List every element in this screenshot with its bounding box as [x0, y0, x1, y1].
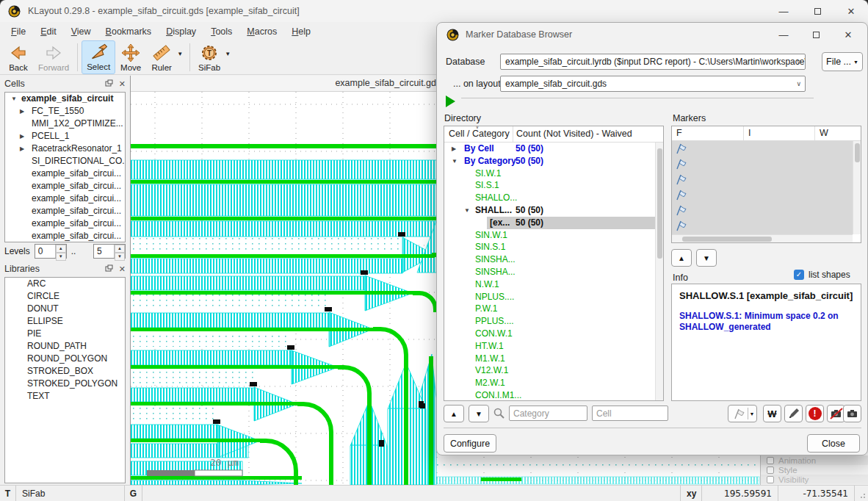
layer-option-row[interactable]: Visibility [761, 475, 868, 484]
library-item[interactable]: PIE [5, 328, 125, 340]
sifab-dropdown-icon[interactable]: ▼ [225, 51, 231, 57]
tree-row[interactable]: ▶ By Cell 50 (50) [444, 143, 655, 155]
ruler-dropdown-icon[interactable]: ▼ [177, 51, 183, 57]
markers-table[interactable]: F I W [671, 126, 861, 243]
move-tool-button[interactable]: Move [115, 40, 146, 74]
tree-row[interactable]: M1.W.1 [444, 353, 655, 365]
marker-row[interactable] [672, 156, 853, 172]
expander-icon[interactable]: ▶ [20, 130, 24, 143]
tree-row[interactable]: ▼ By Category 50 (50) [444, 155, 655, 167]
configure-button[interactable]: Configure [444, 434, 496, 453]
expander-icon[interactable]: ▼ [464, 204, 470, 217]
menu-help[interactable]: Help [285, 24, 317, 39]
tree-row[interactable]: SI.S.1 [444, 179, 655, 192]
expander-icon[interactable]: ▶ [20, 143, 24, 155]
cell-tree-row[interactable]: ▶ FC_TE_1550 [5, 105, 125, 118]
tree-row[interactable]: N.W.1 [444, 278, 655, 291]
snapshot-button[interactable] [843, 405, 861, 422]
tree-row[interactable]: CON.W.1 [444, 328, 655, 340]
cell-tree-row[interactable]: example_sifab_circui... [5, 230, 125, 242]
directory-tree[interactable]: ∨ Cell / Category Count (Not Visited) - … [444, 126, 664, 401]
markers-header[interactable]: F I W [672, 126, 861, 141]
cell-tree-row[interactable]: example_sifab_circui... [5, 192, 125, 205]
markers-rows[interactable] [672, 141, 853, 234]
library-item[interactable]: ELLIPSE [5, 315, 125, 328]
menu-display[interactable]: Display [159, 24, 203, 39]
close-dialog-button[interactable]: Close [807, 434, 860, 453]
minimize-button[interactable]: — [767, 0, 800, 22]
visibility-checkbox[interactable] [767, 476, 774, 483]
maximize-button[interactable] [800, 0, 834, 22]
cell-tree-row[interactable]: example_sifab_circui... [5, 180, 125, 192]
library-item[interactable]: STROKED_POLYGON [5, 378, 125, 390]
cell-filter-input[interactable] [592, 406, 668, 421]
cell-tree-row[interactable]: SI_DIRECTIONAL_CO... [5, 155, 125, 167]
marker-row[interactable] [672, 141, 853, 156]
marker-row[interactable] [672, 203, 853, 218]
tree-row-selected[interactable]: [ex... 50 (50) [444, 217, 655, 229]
library-item[interactable]: ROUND_POLYGON [5, 353, 125, 365]
close-panel-icon[interactable]: ✕ [119, 264, 126, 274]
ruler-tool-button[interactable]: Ruler [146, 40, 177, 74]
prev-marker-button[interactable]: ▲ [671, 249, 692, 267]
tree-row[interactable]: SIN.W.1 [444, 229, 655, 242]
expander-icon[interactable]: ▶ [452, 143, 456, 155]
next-category-button[interactable]: ▼ [469, 405, 489, 422]
next-marker-button[interactable]: ▼ [696, 249, 717, 267]
dialog-title-bar[interactable]: Marker Database Browser — ✕ [437, 23, 867, 46]
tree-row[interactable]: V12.W.1 [444, 364, 655, 377]
tree-row[interactable]: SIN.S.1 [444, 241, 655, 253]
menu-file[interactable]: File [4, 24, 32, 39]
float-panel-icon[interactable] [105, 79, 113, 88]
library-item[interactable]: DONUT [5, 303, 125, 315]
main-title-bar[interactable]: KLayout 0.29.8 - example_sifab_circuit.g… [0, 0, 868, 22]
tree-header[interactable]: ∨ Cell / Category Count (Not Visited) - … [444, 126, 663, 143]
layer-option-row[interactable]: Style [761, 465, 868, 475]
tree-row[interactable]: SI.W.1 [444, 167, 655, 180]
tree-vertical-scrollbar[interactable] [655, 143, 663, 400]
tree-row[interactable]: HT.W.1 [444, 340, 655, 353]
tree-row[interactable]: PPLUS.... [444, 315, 655, 328]
library-item[interactable]: ARC [5, 278, 125, 290]
tree-row[interactable]: SINSHA... [444, 253, 655, 266]
dialog-minimize-button[interactable]: — [767, 24, 800, 46]
list-shapes-option[interactable]: ✓ list shapes [794, 270, 850, 280]
edit-marker-button[interactable] [784, 405, 803, 422]
back-button[interactable]: Back [3, 40, 34, 74]
spin-up-icon[interactable]: ▲ [115, 245, 125, 253]
tree-row[interactable]: ▼ SHALL... 50 (50) [444, 204, 655, 217]
expander-icon[interactable]: ▼ [11, 93, 17, 105]
layout-combobox[interactable]: example_sifab_circuit.gds ∨ [500, 76, 806, 92]
levels-to-spinner[interactable]: 5 ▲▼ [93, 244, 126, 259]
file-menu-button[interactable]: File ... ▼ [822, 52, 863, 71]
cell-tree-row[interactable]: example_sifab_circui... [5, 217, 125, 230]
spin-up-icon[interactable]: ▲ [56, 245, 66, 253]
prev-category-button[interactable]: ▲ [444, 405, 464, 422]
rerun-play-icon[interactable] [446, 95, 455, 107]
sifab-tool-button[interactable]: T SiFab [194, 40, 225, 74]
tree-row[interactable]: SHALLO... [444, 192, 655, 204]
expander-icon[interactable]: ▶ [20, 105, 24, 118]
tree-row[interactable]: SINSHA... [444, 266, 655, 278]
cell-tree-row[interactable]: ▼ example_sifab_circuit [5, 93, 125, 105]
spin-down-icon[interactable]: ▼ [56, 253, 66, 261]
dialog-close-button[interactable]: ✕ [832, 24, 864, 46]
expander-icon[interactable]: ▼ [452, 155, 457, 167]
markers-horizontal-scrollbar[interactable] [672, 234, 853, 242]
layout-tab-label[interactable]: example_sifab_circuit.gd [307, 78, 436, 88]
layer-option-row[interactable]: Animation [761, 455, 868, 465]
marker-row[interactable] [672, 172, 853, 187]
tree-row[interactable]: M2.W.1 [444, 377, 655, 389]
menu-macros[interactable]: Macros [240, 24, 283, 39]
marker-row[interactable] [672, 218, 853, 234]
style-checkbox[interactable] [767, 466, 774, 474]
flag-column-header[interactable]: F [672, 126, 744, 140]
menu-view[interactable]: View [65, 24, 98, 39]
cell-tree-row[interactable]: example_sifab_circui... [5, 167, 125, 180]
markers-vertical-scrollbar[interactable] [853, 141, 861, 234]
library-item[interactable]: TEXT [5, 390, 125, 403]
spin-down-icon[interactable]: ▼ [115, 253, 125, 261]
database-combobox[interactable]: example_sifab_circuit.lyrdb ($input DRC … [500, 54, 806, 70]
marker-info-box[interactable]: SHALLOW.S.1 [example_sifab_circuit] SHAL… [671, 284, 861, 401]
library-item[interactable]: CIRCLE [5, 290, 125, 303]
